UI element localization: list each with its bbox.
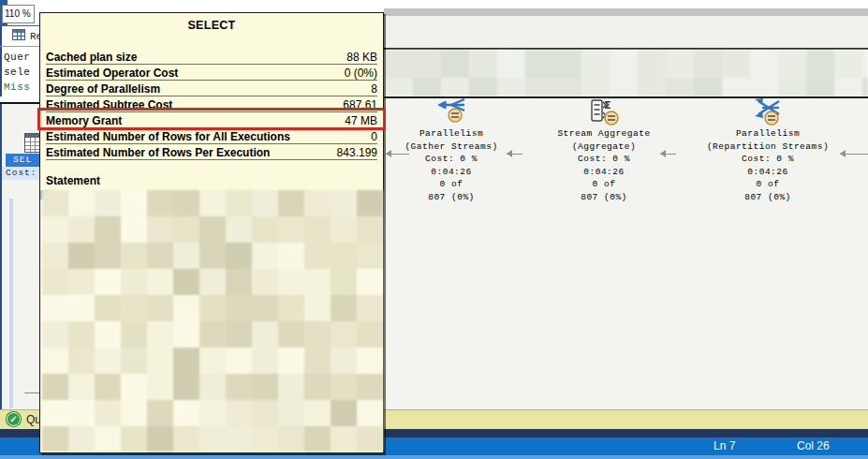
node-rows-line2: 807 (0%) (688, 191, 847, 204)
results-grid-icon (12, 29, 25, 40)
row-label: Estimated Number of Rows Per Execution (46, 146, 270, 159)
node-time: 0:04:26 (381, 166, 522, 179)
row-label: Estimated Subtree Cost (46, 98, 172, 111)
statement-section-label: Statement (46, 174, 100, 187)
node-subtitle: (Aggregate) (529, 141, 679, 154)
selection-strip (9, 199, 13, 408)
select-result-icon[interactable] (24, 133, 40, 153)
tooltip-row-degree-of-parallelism: Degree of Parallelism 8 (46, 82, 377, 96)
node-rows-line1: 0 of (529, 178, 679, 191)
row-value: 88 KB (346, 51, 377, 64)
select-node-cost-label: Cost: (2, 167, 39, 180)
plan-node-stream-aggregate[interactable]: Σ Stream Aggregate (Aggregate) Cost: 0 %… (529, 98, 679, 204)
row-value: 8 (371, 82, 377, 96)
node-time: 0:04:26 (529, 166, 679, 179)
node-rows-line1: 0 of (688, 178, 847, 191)
blurred-query-text (385, 50, 868, 96)
divider (0, 46, 39, 47)
row-label: Memory Grant (46, 114, 122, 127)
row-value: 843.199 (337, 146, 377, 159)
line-indicator: Ln 7 (714, 439, 735, 452)
tooltip-row-cached-plan-size: Cached plan size 88 KB (46, 51, 377, 65)
code-line-query: Quer (4, 52, 30, 63)
row-value: 0 (371, 130, 377, 143)
node-cost: Cost: 0 % (688, 153, 847, 166)
editor-plan-divider (0, 102, 39, 104)
plan-edge-stub (24, 392, 39, 393)
success-check-icon: ✓ (7, 412, 21, 426)
node-time: 0:04:26 (688, 166, 847, 179)
plan-edge (660, 150, 676, 158)
plan-edge (840, 150, 868, 158)
node-cost: Cost: 0 % (529, 153, 679, 166)
horizontal-scrollbar[interactable] (384, 8, 868, 16)
parallelism-gather-streams-icon (433, 98, 470, 127)
plan-edge (507, 150, 522, 158)
row-label: Estimated Number of Rows for All Executi… (46, 130, 290, 143)
operator-tooltip: SELECT Cached plan size 88 KB Estimated … (39, 12, 384, 453)
stream-aggregate-icon: Σ (584, 98, 624, 127)
tooltip-row-estimated-operator-cost: Estimated Operator Cost 0 (0%) (46, 67, 377, 81)
node-rows-line1: 0 of (381, 178, 522, 191)
tooltip-row-estimated-subtree-cost: Estimated Subtree Cost 687.61 (46, 98, 377, 112)
row-label: Cached plan size (46, 51, 137, 64)
parallelism-repartition-streams-icon (747, 98, 788, 127)
ssms-execution-plan-window: 110 % Re Quer sele Miss SEL Cost: Parall… (0, 0, 868, 459)
row-value: 0 (0%) (345, 67, 377, 80)
window-bottom-edge (0, 455, 868, 459)
code-line-select: sele (4, 67, 30, 78)
row-label: Estimated Operator Cost (46, 67, 178, 80)
tooltip-row-memory-grant: Memory Grant 47 MB (46, 114, 377, 128)
node-name: Parallelism (381, 127, 522, 141)
node-name: Stream Aggregate (529, 127, 679, 141)
node-name: Parallelism (688, 127, 847, 141)
row-value: 47 MB (345, 114, 377, 127)
tooltip-title: SELECT (40, 19, 383, 32)
plan-node-repartition-streams[interactable]: Parallelism (Repartition Streams) Cost: … (688, 98, 847, 204)
editor-top-strip (384, 16, 868, 48)
column-indicator: Col 26 (797, 439, 830, 452)
row-value: 687.61 (343, 98, 377, 111)
node-rows-line2: 807 (0%) (381, 191, 522, 204)
node-subtitle: (Repartition Streams) (688, 141, 847, 154)
plan-edge (386, 150, 409, 158)
blurred-statement-text (42, 190, 383, 452)
node-rows-line2: 807 (0%) (529, 191, 679, 204)
select-node-label[interactable]: SEL (6, 154, 39, 167)
row-label: Degree of Parallelism (46, 82, 160, 96)
code-line-missing-index: Miss (4, 81, 30, 93)
tooltip-row-est-rows-all-executions: Estimated Number of Rows for All Executi… (46, 130, 377, 144)
window-left-border (0, 0, 2, 459)
tooltip-row-est-rows-per-execution: Estimated Number of Rows Per Execution 8… (46, 146, 377, 160)
divider (0, 25, 39, 26)
editor-zoom-selector[interactable]: 110 % (2, 5, 35, 23)
